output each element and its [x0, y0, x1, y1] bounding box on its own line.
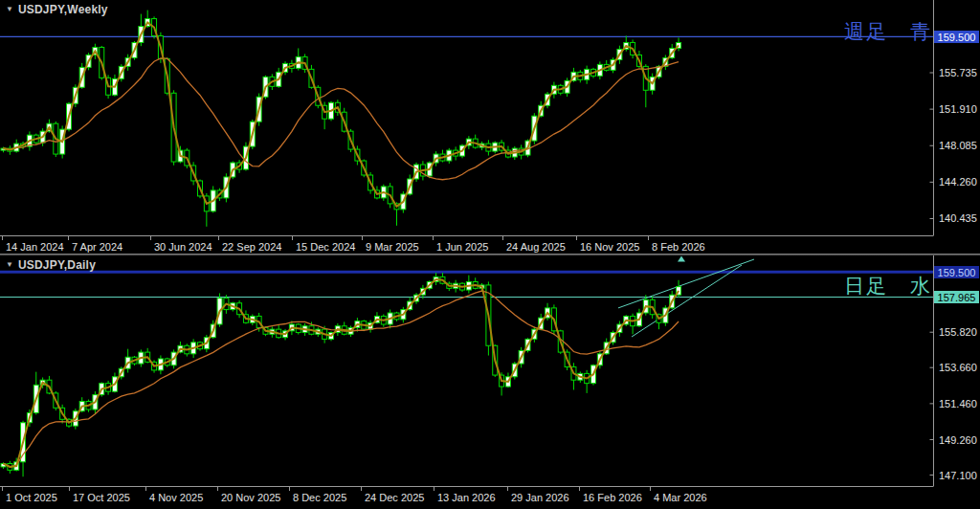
date-tick-label[interactable]: 14 Jan 2024 [6, 241, 64, 253]
price-tick-label[interactable]: 140.435 [939, 212, 977, 224]
date-tick-label[interactable]: 16 Feb 2026 [583, 492, 642, 503]
weekly-chart-panel[interactable]: 155.735151.910148.085144.260140.43514 Ja… [0, 0, 980, 254]
price-tick-label[interactable]: 151.910 [939, 103, 977, 115]
price-tick-label[interactable]: 149.260 [939, 434, 977, 446]
daily-panel-header: ▼ USDJPY,Daily [6, 258, 96, 272]
candles [1, 11, 681, 227]
plot-area[interactable] [0, 11, 934, 227]
price-tick-label[interactable]: 151.460 [939, 398, 977, 409]
price-tick-label[interactable]: 144.260 [939, 176, 977, 188]
candles [1, 273, 681, 476]
collapse-triangle-icon[interactable]: ▼ [6, 6, 13, 13]
ma-fast-line [4, 23, 679, 207]
date-tick-label[interactable]: 13 Jan 2026 [437, 492, 496, 503]
date-tick-label[interactable]: 16 Nov 2025 [580, 241, 639, 253]
date-tick-label[interactable]: 8 Dec 2025 [293, 492, 346, 503]
date-tick-label[interactable]: 22 Sep 2024 [222, 241, 281, 253]
price-scale[interactable]: 155.735151.910148.085144.260140.435 [0, 0, 977, 236]
time-scale[interactable]: 1 Oct 202517 Oct 20254 Nov 202520 Nov 20… [3, 487, 707, 503]
ma-slow-line [4, 291, 679, 467]
price-tick-label[interactable]: 147.100 [939, 470, 977, 481]
date-tick-label[interactable]: 9 Mar 2025 [366, 241, 419, 253]
daily-annotation-text[interactable]: 日足 水 [844, 273, 932, 299]
daily-chart-title: USDJPY,Daily [18, 258, 96, 272]
date-tick-label[interactable]: 24 Dec 2025 [365, 492, 424, 503]
chart-window: 155.735151.910148.085144.260140.43514 Ja… [0, 0, 980, 509]
weekly-chart-title: USDJPY,Weekly [18, 3, 108, 16]
date-tick-label[interactable]: 15 Dec 2024 [296, 241, 355, 253]
date-tick-label[interactable]: 30 Jun 2024 [154, 241, 212, 253]
trendline-end-marker[interactable] [678, 256, 685, 262]
date-tick-label[interactable]: 20 Nov 2025 [221, 492, 280, 503]
plot-area[interactable] [0, 256, 934, 477]
date-tick-label[interactable]: 4 Mar 2026 [654, 492, 707, 503]
date-tick-label[interactable]: 29 Jan 2026 [511, 492, 569, 503]
price-tick-label[interactable]: 155.735 [939, 67, 977, 78]
date-tick-label[interactable]: 1 Jun 2025 [436, 241, 488, 253]
weekly-panel-header: ▼ USDJPY,Weekly [6, 3, 108, 16]
daily-chart-panel[interactable]: 155.820153.660151.460149.260147.1001 Oct… [0, 255, 980, 509]
price-tick-label[interactable]: 155.820 [939, 326, 977, 338]
weekly-chart-canvas[interactable]: 155.735151.910148.085144.260140.43514 Ja… [0, 0, 980, 254]
weekly-hline-price-label: 159.500 [934, 31, 979, 43]
daily-hline-teal-price-label: 157.965 [934, 291, 979, 303]
date-tick-label[interactable]: 24 Aug 2025 [506, 241, 566, 253]
price-tick-label[interactable]: 148.085 [939, 140, 977, 151]
collapse-triangle-icon[interactable]: ▼ [6, 261, 13, 269]
date-tick-label[interactable]: 4 Nov 2025 [149, 492, 203, 503]
price-tick-label[interactable]: 153.660 [939, 362, 977, 373]
ma-fast-line [4, 279, 679, 467]
date-tick-label[interactable]: 7 Apr 2024 [72, 241, 122, 253]
date-tick-label[interactable]: 17 Oct 2025 [73, 492, 130, 503]
time-scale[interactable]: 14 Jan 20247 Apr 202430 Jun 202422 Sep 2… [3, 236, 705, 253]
daily-chart-canvas[interactable]: 155.820153.660151.460149.260147.1001 Oct… [0, 255, 980, 509]
date-tick-label[interactable]: 1 Oct 2025 [6, 492, 57, 503]
date-tick-label[interactable]: 8 Feb 2026 [652, 241, 705, 253]
panel-divider[interactable] [0, 254, 980, 255]
weekly-annotation-text[interactable]: 週足 青 [844, 18, 932, 45]
daily-hline-blue-price-label: 159.500 [934, 266, 979, 278]
